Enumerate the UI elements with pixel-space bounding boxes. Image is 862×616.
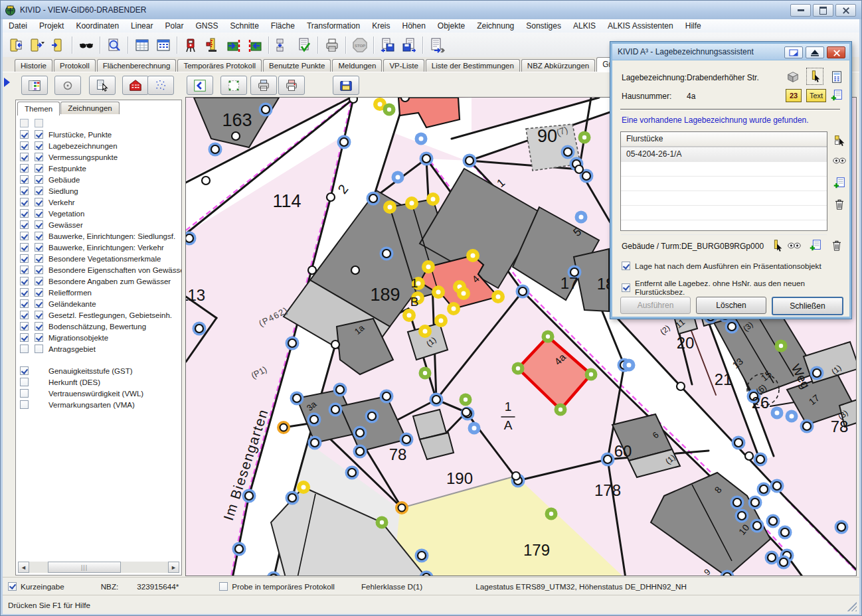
- theme-checkbox-2[interactable]: [35, 130, 43, 139]
- theme-checkbox-1[interactable]: [20, 266, 29, 274]
- theme-checkbox-2[interactable]: [35, 333, 43, 342]
- theme-checkbox-2[interactable]: [35, 345, 43, 353]
- theme-checkbox-2[interactable]: [35, 232, 43, 240]
- select-object-button[interactable]: [89, 76, 116, 95]
- title-bar[interactable]: KIVID - VIEW-GID60-DRABENDER: [1, 1, 861, 19]
- schliessen-button[interactable]: Schließen: [772, 297, 843, 315]
- menu-item-objekte[interactable]: Objekte: [432, 20, 471, 32]
- theme-checkbox-2[interactable]: [35, 243, 43, 252]
- attribute-checkbox[interactable]: [20, 378, 29, 386]
- theme-checkbox-2[interactable]: [35, 175, 43, 184]
- theme-checkbox-1[interactable]: [20, 175, 29, 184]
- minimize-button[interactable]: [790, 4, 811, 17]
- theme-checkbox-1[interactable]: [20, 130, 29, 139]
- add-parcel-icon[interactable]: [831, 175, 847, 191]
- instrument-yellow-button[interactable]: [202, 35, 223, 56]
- save-map-button[interactable]: [333, 76, 359, 95]
- stop-button[interactable]: STOP: [349, 35, 371, 56]
- text-button[interactable]: Text: [806, 89, 826, 102]
- menu-item-sonstiges[interactable]: Sonstiges: [520, 20, 567, 32]
- praesentationsobjekt-checkbox[interactable]: [622, 262, 630, 270]
- tab-historie[interactable]: Historie: [15, 59, 52, 72]
- close-button[interactable]: [835, 4, 856, 17]
- add-number-icon[interactable]: [829, 88, 845, 104]
- tab-liste-der-bestimmungen[interactable]: Liste der Bestimmungen: [426, 59, 520, 72]
- load-document-button[interactable]: [398, 35, 420, 56]
- tab-meldungen[interactable]: Meldungen: [332, 59, 382, 72]
- flurstuecke-list[interactable]: Flurstücke 05-4204-26-1/A: [620, 131, 827, 231]
- zoom-extent-button[interactable]: [220, 76, 247, 95]
- resize-grip[interactable]: [847, 602, 857, 611]
- pick-building-icon[interactable]: [769, 238, 785, 254]
- theme-checkbox-1[interactable]: [20, 345, 29, 353]
- print-map-button[interactable]: [250, 76, 277, 95]
- print-button[interactable]: [321, 35, 343, 56]
- theme-checkbox-2[interactable]: [35, 164, 43, 173]
- dialog-close-button[interactable]: [827, 46, 845, 58]
- theme-checkbox-1[interactable]: [20, 277, 29, 285]
- menu-item-schnitte[interactable]: Schnitte: [224, 20, 264, 32]
- street-table-icon[interactable]: [829, 69, 845, 85]
- theme-checkbox-1[interactable]: [20, 198, 29, 206]
- theme-checkbox-2[interactable]: [35, 266, 43, 274]
- menu-item-zeichnung[interactable]: Zeichnung: [471, 20, 520, 32]
- list-transfer-button[interactable]: [272, 35, 294, 56]
- zoom-back-button[interactable]: [187, 76, 213, 95]
- theme-checkbox-1[interactable]: [20, 187, 29, 195]
- dialog-restore-button[interactable]: [784, 46, 803, 58]
- attribute-checkbox[interactable]: [20, 400, 29, 409]
- delete-building-icon[interactable]: [829, 238, 845, 254]
- theme-checkbox-1[interactable]: [20, 311, 29, 319]
- theme-checkbox-1[interactable]: [20, 209, 29, 218]
- cube-icon[interactable]: [785, 69, 801, 85]
- calendar-window-button[interactable]: [153, 35, 174, 56]
- maximize-button[interactable]: [813, 4, 833, 17]
- menu-item-projekt[interactable]: Projekt: [33, 20, 70, 32]
- tab-protokoll[interactable]: Protokoll: [54, 59, 96, 72]
- sidebar-tab-themen[interactable]: Themen: [17, 102, 60, 116]
- theme-checkbox-2[interactable]: [35, 141, 43, 150]
- entfernt-lagebez-row[interactable]: Entfernt alle Lagebez. ohne HsNr. aus de…: [622, 279, 849, 296]
- tab-vp-liste[interactable]: VP-Liste: [383, 59, 424, 72]
- theme-checkbox-2[interactable]: [35, 322, 43, 331]
- attribute-checkbox[interactable]: [20, 389, 29, 398]
- theme-checkbox-1[interactable]: [20, 119, 29, 127]
- theme-checkbox-2[interactable]: [35, 311, 43, 319]
- dialog-title-bar[interactable]: KIVID A³ - Lagebezeichnungsassistent: [612, 44, 849, 60]
- hausnummer-value[interactable]: 4a: [687, 92, 695, 101]
- open-project-button[interactable]: [5, 35, 27, 56]
- theme-checkbox-2[interactable]: [35, 277, 43, 285]
- tab-temporäres-protokoll[interactable]: Temporäres Protokoll: [177, 59, 262, 72]
- scrollbar-thumb[interactable]: |||: [48, 562, 121, 573]
- menu-item-datei[interactable]: Datei: [3, 20, 33, 32]
- tab-flächenberechnung[interactable]: Flächenberechnung: [97, 59, 177, 72]
- theme-checkbox-2[interactable]: [35, 187, 43, 195]
- pick-parcel-icon[interactable]: [831, 133, 847, 149]
- theme-checkbox-2[interactable]: [35, 119, 43, 127]
- sidebar-scrollbar[interactable]: ◄ ||| ►: [18, 562, 179, 573]
- close-project-button[interactable]: [48, 35, 69, 56]
- flurstueck-item[interactable]: 05-4204-26-1/A: [621, 147, 827, 162]
- view-mode-button[interactable]: [76, 35, 97, 56]
- target-button[interactable]: [54, 76, 81, 95]
- scroll-left-icon[interactable]: ◄: [18, 562, 29, 573]
- legend-button[interactable]: [21, 76, 48, 95]
- theme-checkbox-1[interactable]: [20, 153, 29, 161]
- tab-benutzte-punkte[interactable]: Benutzte Punkte: [263, 59, 331, 72]
- menu-item-transformation[interactable]: Transformation: [301, 20, 366, 32]
- theme-checkbox-1[interactable]: [20, 232, 29, 240]
- zoom-document-button[interactable]: [104, 35, 125, 56]
- menu-item-kreis[interactable]: Kreis: [366, 20, 396, 32]
- export-protocol-button[interactable]: [426, 35, 448, 56]
- theme-checkbox-2[interactable]: [35, 254, 43, 263]
- kurzeingabe-checkbox[interactable]: [8, 582, 17, 591]
- scroll-right-icon[interactable]: ►: [168, 562, 179, 573]
- number-button[interactable]: 23: [786, 89, 802, 102]
- theme-checkbox-2[interactable]: [35, 299, 43, 308]
- scrollbar-track[interactable]: |||: [29, 562, 168, 573]
- theme-checkbox-1[interactable]: [20, 220, 29, 229]
- lagebezeichnung-value[interactable]: Drabenderhöher Str.: [687, 73, 759, 82]
- ausfuehren-button[interactable]: Ausführen: [620, 297, 691, 314]
- dialog-collapse-button[interactable]: [806, 46, 824, 58]
- points-display-button[interactable]: [147, 76, 174, 95]
